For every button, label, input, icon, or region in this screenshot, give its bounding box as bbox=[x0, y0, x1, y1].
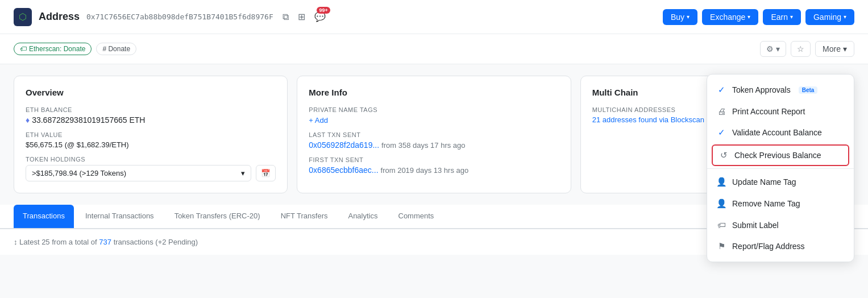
tab-internal-transactions[interactable]: Internal Transactions bbox=[76, 205, 163, 228]
menu-item-print-report[interactable]: 🖨 Print Account Report bbox=[707, 101, 854, 122]
address-hash: 0x71C7656EC7ab88b098defB751B7401B5f6d897… bbox=[86, 13, 273, 21]
tab-nft-transfers[interactable]: NFT Transfers bbox=[272, 205, 337, 228]
tab-analytics[interactable]: Analytics bbox=[339, 205, 387, 228]
tag-etherscan-donate[interactable]: 🏷 Etherscan: Donate bbox=[14, 43, 92, 55]
flag-icon: ⚑ bbox=[716, 241, 726, 251]
tag-icon: 🏷 bbox=[716, 220, 726, 230]
menu-item-check-prev-balance[interactable]: ↺ Check Previous Balance bbox=[712, 144, 849, 166]
settings-button[interactable]: ⚙ ▾ bbox=[760, 41, 786, 57]
clock-icon: ↺ bbox=[719, 150, 729, 160]
chevron-down-icon: ▾ bbox=[687, 14, 690, 20]
first-txn-value: 0x6865ecbbf6aec... from 2019 days 13 hrs… bbox=[309, 165, 559, 175]
menu-item-update-name-tag[interactable]: 👤 Update Name Tag bbox=[707, 171, 854, 193]
menu-item-report-flag[interactable]: ⚑ Report/Flag Address bbox=[707, 235, 854, 255]
check-icon: ✓ bbox=[716, 85, 726, 95]
grid-button[interactable]: ⊞ bbox=[296, 9, 308, 24]
tag-icon: 🏷 bbox=[20, 45, 27, 53]
validate-icon: ✓ bbox=[716, 127, 726, 138]
tab-comments[interactable]: Comments bbox=[389, 205, 443, 228]
eth-value: $56,675.15 (@ $1,682.39/ETH) bbox=[26, 140, 276, 149]
eth-balance-label: ETH BALANCE bbox=[26, 106, 276, 113]
calendar-icon: 📅 bbox=[261, 169, 271, 177]
last-txn-from: from 358 days 17 hrs ago bbox=[381, 141, 465, 150]
menu-item-remove-name-tag[interactable]: 👤 Remove Name Tag bbox=[707, 193, 854, 214]
user-icon: 👤 bbox=[716, 177, 726, 187]
more-button[interactable]: More ▾ bbox=[815, 41, 854, 57]
tags-right: ⚙ ▾ ☆ More ▾ bbox=[760, 41, 854, 57]
tags-left: 🏷 Etherscan: Donate # Donate bbox=[14, 43, 136, 55]
more-info-card: More Info PRIVATE NAME TAGS + Add LAST T… bbox=[297, 76, 571, 193]
header: ⬡ Address 0x71C7656EC7ab88b098defB751B74… bbox=[0, 0, 868, 34]
chevron-down-icon: ▾ bbox=[843, 44, 847, 53]
menu-item-validate-balance[interactable]: ✓ Validate Account Balance bbox=[707, 122, 854, 143]
chevron-down-icon: ▾ bbox=[844, 14, 846, 20]
menu-item-token-approvals[interactable]: ✓ Token Approvals Beta bbox=[707, 79, 854, 101]
first-txn-label: FIRST TXN SENT bbox=[309, 156, 559, 163]
last-txn-label: LAST TXN SENT bbox=[309, 131, 559, 138]
header-icons: ⧉ ⊞ 💬 99+ bbox=[280, 9, 328, 24]
overview-title: Overview bbox=[26, 88, 276, 97]
tags-row: 🏷 Etherscan: Donate # Donate ⚙ ▾ ☆ More … bbox=[0, 34, 868, 64]
dropdown-menu: ✓ Token Approvals Beta 🖨 Print Account R… bbox=[707, 74, 854, 255]
gaming-button[interactable]: Gaming ▾ bbox=[805, 9, 854, 25]
tab-token-transfers[interactable]: Token Transfers (ERC-20) bbox=[165, 205, 269, 228]
chevron-down-icon: ▾ bbox=[790, 14, 793, 20]
tab-transactions[interactable]: Transactions bbox=[14, 205, 74, 228]
tag-donate[interactable]: # Donate bbox=[96, 43, 136, 55]
private-tags-label: PRIVATE NAME TAGS bbox=[309, 106, 559, 113]
footer-text: ↕ Latest 25 from a total of 737 transact… bbox=[14, 238, 198, 246]
star-button[interactable]: ☆ bbox=[791, 41, 811, 57]
gear-icon: ⚙ bbox=[766, 44, 774, 53]
first-txn-hash[interactable]: 0x6865ecbbf6aec... bbox=[309, 165, 378, 175]
token-holdings-select[interactable]: >$185,798.94 (>129 Tokens) ▾ bbox=[26, 165, 251, 181]
header-right: Buy ▾ Exchange ▾ Earn ▾ Gaming ▾ bbox=[663, 9, 854, 25]
overview-card: Overview ETH BALANCE ♦ 33.68728293810191… bbox=[14, 76, 288, 193]
buy-button[interactable]: Buy ▾ bbox=[663, 9, 697, 25]
menu-item-submit-label[interactable]: 🏷 Submit Label bbox=[707, 214, 854, 235]
print-icon: 🖨 bbox=[716, 106, 726, 116]
star-icon: ☆ bbox=[797, 44, 804, 53]
logo-icon: ⬡ bbox=[14, 8, 32, 26]
more-info-title: More Info bbox=[309, 88, 559, 97]
notification-badge: 99+ bbox=[317, 7, 330, 14]
chevron-down-icon: ▾ bbox=[747, 14, 750, 20]
user-minus-icon: 👤 bbox=[716, 198, 726, 209]
earn-button[interactable]: Earn ▾ bbox=[763, 9, 801, 25]
eth-value-label: ETH VALUE bbox=[26, 131, 276, 138]
txn-count-link[interactable]: 737 bbox=[99, 238, 111, 246]
token-holdings-row: >$185,798.94 (>129 Tokens) ▾ 📅 bbox=[26, 165, 276, 181]
last-txn-hash[interactable]: 0x056928f2da619... bbox=[309, 140, 379, 150]
eth-icon: ♦ bbox=[26, 115, 30, 125]
page-title: Address bbox=[39, 11, 80, 23]
token-holdings-label: TOKEN HOLDINGS bbox=[26, 156, 276, 163]
first-txn-from: from 2019 days 13 hrs ago bbox=[381, 166, 469, 175]
copy-button[interactable]: ⧉ bbox=[280, 10, 291, 24]
exchange-button[interactable]: Exchange ▾ bbox=[702, 9, 758, 25]
chevron-down-icon: ▾ bbox=[776, 44, 780, 53]
last-txn-value: 0x056928f2da619... from 358 days 17 hrs … bbox=[309, 140, 559, 150]
beta-badge: Beta bbox=[799, 86, 818, 94]
calendar-button[interactable]: 📅 bbox=[256, 165, 276, 181]
eth-balance-value: ♦ 33.6872829381019157665 ETH bbox=[26, 115, 276, 125]
chat-button[interactable]: 💬 99+ bbox=[312, 9, 328, 24]
header-left: ⬡ Address 0x71C7656EC7ab88b098defB751B74… bbox=[14, 8, 328, 26]
add-tag-button[interactable]: + Add bbox=[309, 116, 328, 125]
menu-divider bbox=[707, 168, 854, 169]
chevron-down-icon: ▾ bbox=[241, 169, 245, 177]
